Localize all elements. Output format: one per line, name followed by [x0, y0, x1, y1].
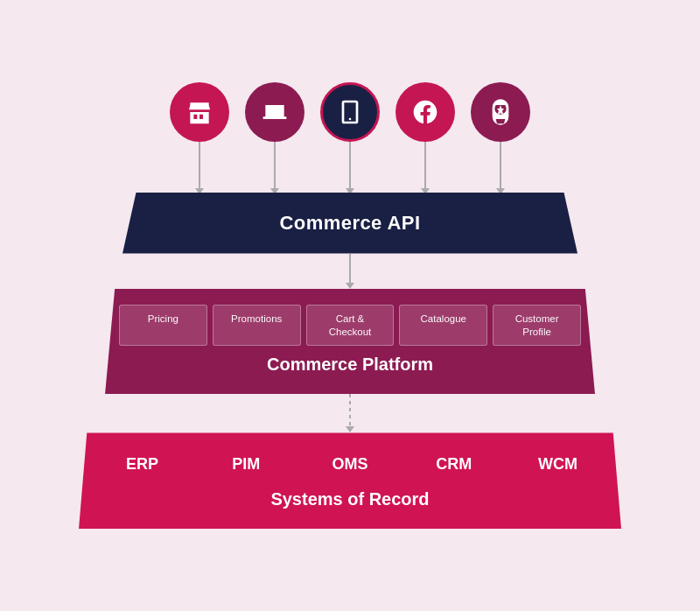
module-customer-profile: CustomerProfile	[493, 305, 581, 347]
platform-layer: Pricing Promotions Cart &Checkout Catalo…	[105, 289, 595, 395]
systems-label: Systems of Record	[93, 489, 607, 509]
module-pricing: Pricing	[119, 305, 207, 347]
arrow-platform-systems	[346, 394, 354, 432]
arrow-api-platform	[346, 254, 354, 289]
systems-modules: ERP PIM OMS CRM WCM	[93, 448, 607, 481]
module-cart-checkout: Cart &Checkout	[306, 305, 395, 347]
system-erp: ERP	[93, 448, 192, 481]
diagram-container: Commerce API Pricing Promotions Cart &Ch…	[44, 65, 656, 547]
systems-layer: ERP PIM OMS CRM WCM Systems of Record	[79, 432, 621, 529]
channel-store-icon	[170, 82, 229, 142]
api-layer: Commerce API	[122, 193, 578, 254]
arrow-store	[170, 142, 229, 194]
channel-mobile-icon	[320, 82, 380, 142]
system-crm: CRM	[404, 448, 503, 481]
module-catalogue: Catalogue	[399, 305, 487, 347]
channel-watch-icon	[471, 82, 530, 142]
channel-arrows	[170, 142, 530, 194]
platform-modules: Pricing Promotions Cart &Checkout Catalo…	[119, 305, 581, 347]
channels-row	[170, 82, 530, 142]
module-promotions: Promotions	[213, 305, 301, 347]
arrow-mobile	[320, 142, 380, 194]
system-wcm: WCM	[508, 448, 607, 481]
system-oms: OMS	[301, 448, 400, 481]
channel-social-icon	[396, 82, 455, 142]
api-layer-label: Commerce API	[280, 212, 421, 235]
arrow-laptop	[245, 142, 304, 194]
arrow-watch	[471, 142, 530, 194]
platform-label: Commerce Platform	[119, 355, 581, 375]
channel-laptop-icon	[245, 82, 304, 142]
system-pim: PIM	[197, 448, 296, 481]
arrow-social	[396, 142, 455, 194]
